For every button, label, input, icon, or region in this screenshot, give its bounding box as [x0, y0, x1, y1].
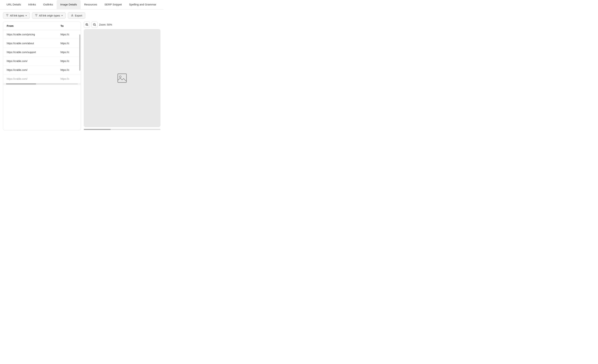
- table-row[interactable]: https://crable.com/https://c: [3, 66, 81, 74]
- table-row[interactable]: https://crable.com/https://c: [3, 74, 81, 83]
- zoom-controls: Zoom: 50%: [84, 22, 160, 28]
- tab-outlinks[interactable]: Outlinks: [40, 0, 57, 9]
- export-label: Export: [75, 14, 82, 17]
- link-origin-label: All link origin types: [39, 14, 60, 17]
- vertical-scrollbar-thumb: [79, 34, 80, 71]
- cell-from: https://crable.com/pricing: [3, 30, 57, 39]
- zoom-in-icon: [85, 23, 89, 26]
- chevron-down-icon-2: ▾: [61, 14, 63, 17]
- cell-from: https://crable.com/: [3, 57, 57, 66]
- svg-rect-2: [118, 74, 126, 82]
- zoom-out-button[interactable]: [91, 22, 98, 28]
- tab-resources[interactable]: Resources: [81, 0, 101, 9]
- export-button[interactable]: Export: [68, 12, 85, 19]
- link-origin-filter-button[interactable]: All link origin types ▾: [32, 12, 66, 19]
- filter-icon: [6, 14, 8, 17]
- image-scrollbar-thumb: [84, 129, 111, 130]
- table-row[interactable]: https://crable.com/https://c: [3, 57, 81, 66]
- scrollbar-track: [6, 83, 78, 84]
- filter-icon-2: [35, 14, 38, 17]
- image-panel: Zoom: 50%: [84, 22, 160, 130]
- cell-from: https://crable.com/: [3, 66, 57, 74]
- table-horizontal-scrollbar[interactable]: [3, 83, 81, 85]
- tab-spelling-grammar[interactable]: Spelling and Grammar: [125, 0, 160, 9]
- column-to: To: [57, 22, 81, 30]
- cell-to: https://c: [57, 66, 81, 74]
- link-types-label: All link types: [10, 14, 24, 17]
- main-content: From To https://crable.com/pricinghttps:…: [0, 22, 163, 133]
- tab-image-details[interactable]: Image Details: [57, 0, 81, 9]
- cell-from: https://crable.com/: [3, 74, 57, 83]
- column-from: From: [3, 22, 57, 30]
- tabs-bar: URL Details Inlinks Outlinks Image Detai…: [0, 0, 163, 9]
- image-horizontal-scrollbar[interactable]: [84, 129, 160, 130]
- cell-to: https://c: [57, 57, 81, 66]
- cell-to: https://c: [57, 74, 81, 83]
- table-container: From To https://crable.com/pricinghttps:…: [3, 22, 81, 83]
- table-row[interactable]: https://crable.com/supporthttps://c: [3, 48, 81, 57]
- page-container: URL Details Inlinks Outlinks Image Detai…: [0, 0, 163, 133]
- cell-from: https://crable.com/about: [3, 39, 57, 48]
- table-header-row: From To: [3, 22, 81, 30]
- table-row[interactable]: https://crable.com/abouthttps://c: [3, 39, 81, 48]
- cell-to: https://c: [57, 30, 81, 39]
- table-panel: From To https://crable.com/pricinghttps:…: [3, 22, 81, 130]
- cell-to: https://c: [57, 39, 81, 48]
- scrollbar-thumb: [6, 83, 36, 84]
- image-placeholder-icon: [116, 72, 128, 84]
- zoom-in-button[interactable]: [84, 22, 90, 28]
- image-scrollbar-track: [84, 129, 160, 130]
- vertical-scrollbar[interactable]: [79, 31, 81, 130]
- cell-to: https://c: [57, 48, 81, 57]
- image-preview-area: [84, 29, 160, 127]
- chevron-down-icon: ▾: [25, 14, 27, 17]
- link-types-filter-button[interactable]: All link types ▾: [3, 12, 30, 19]
- zoom-label: Zoom: 50%: [99, 23, 112, 26]
- zoom-out-icon: [93, 23, 96, 26]
- cell-from: https://crable.com/support: [3, 48, 57, 57]
- tab-url-details[interactable]: URL Details: [3, 0, 25, 9]
- export-icon: [71, 14, 74, 17]
- tab-inlinks[interactable]: Inlinks: [25, 0, 40, 9]
- svg-point-3: [119, 76, 121, 78]
- toolbar: All link types ▾ All link origin types ▾…: [0, 9, 163, 22]
- tab-serp-snippet[interactable]: SERP Snippet: [101, 0, 125, 9]
- links-table: From To https://crable.com/pricinghttps:…: [3, 22, 81, 83]
- table-row[interactable]: https://crable.com/pricinghttps://c: [3, 30, 81, 39]
